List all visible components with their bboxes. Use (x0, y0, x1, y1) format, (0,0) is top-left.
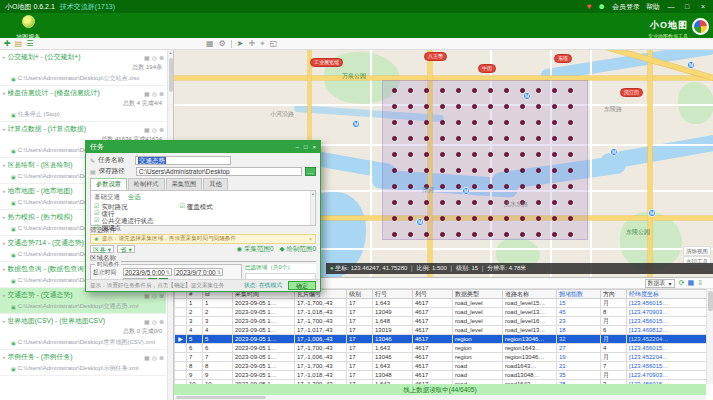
data-point-marker[interactable] (536, 184, 541, 189)
data-point-marker[interactable] (392, 216, 397, 221)
data-point-marker[interactable] (424, 200, 429, 205)
help-menu[interactable]: 帮助 (646, 2, 660, 12)
login-button[interactable]: 会员登录 (612, 2, 640, 12)
panel-scrollbar[interactable]: ▲ (310, 191, 315, 225)
data-point-marker[interactable] (440, 88, 445, 93)
close-icon[interactable]: ⊗ (159, 54, 164, 61)
data-point-marker[interactable] (456, 184, 461, 189)
data-point-marker[interactable] (504, 216, 509, 221)
data-point-marker[interactable] (424, 168, 429, 173)
export-icon[interactable]: ⇩ (697, 278, 703, 288)
data-point-marker[interactable] (392, 184, 397, 189)
metro-station-icon[interactable]: M (462, 187, 470, 195)
tab-绘制样式[interactable]: 绘制样式 (128, 178, 165, 190)
data-point-marker[interactable] (536, 216, 541, 221)
column-header[interactable]: 方向 (601, 290, 627, 299)
data-point-marker[interactable] (568, 152, 573, 157)
data-point-marker[interactable] (536, 168, 541, 173)
table-row[interactable]: 882023-09-05 1…17,-1,700,-43171,6434617r… (175, 362, 707, 371)
data-point-marker[interactable] (520, 120, 525, 125)
data-point-marker[interactable] (536, 232, 541, 237)
data-point-marker[interactable] (392, 136, 397, 141)
tab-采集范围[interactable]: 采集范围 (166, 178, 203, 190)
dialog-minimize-button[interactable]: – (296, 144, 299, 150)
table-row[interactable]: 112023-09-05 1…17,-1,700,-43171,6434617r… (175, 299, 707, 308)
data-point-marker[interactable] (408, 200, 413, 205)
data-point-marker[interactable] (520, 136, 525, 141)
data-point-marker[interactable] (392, 152, 397, 157)
data-point-marker[interactable] (472, 152, 477, 157)
data-point-marker[interactable] (520, 184, 525, 189)
data-point-marker[interactable] (536, 200, 541, 205)
data-point-marker[interactable] (424, 88, 429, 93)
start-datetime-input[interactable]: 2023/9/5 0:00 ⇅ (123, 268, 172, 276)
task-item[interactable]: ▸示例任务 - (示例任务)▦◎⊗▣C:\Users\Administrator… (0, 350, 166, 376)
close-icon[interactable]: ⊗ (159, 318, 164, 325)
metro-station-icon[interactable]: M (610, 148, 618, 156)
range-link[interactable]: ◆ 绘制范围0 (280, 245, 316, 254)
expand-icon[interactable]: ▸ (3, 90, 6, 96)
spinner-icon[interactable]: ⇅ (217, 269, 221, 276)
data-point-marker[interactable] (568, 120, 573, 125)
expand-icon[interactable]: ▸ (3, 126, 6, 132)
data-point-marker[interactable] (504, 136, 509, 141)
data-point-marker[interactable] (424, 152, 429, 157)
cursor-icon[interactable]: ➤ (237, 39, 244, 49)
data-point-marker[interactable] (456, 232, 461, 237)
data-point-marker[interactable] (408, 232, 413, 237)
data-point-marker[interactable] (408, 104, 413, 109)
spinner-icon[interactable]: ⇅ (166, 269, 170, 276)
save-path-input[interactable]: C:\Users\Administrator\Desktop (136, 167, 302, 176)
data-point-marker[interactable] (408, 136, 413, 141)
data-point-marker[interactable] (408, 184, 413, 189)
column-header[interactable]: 拥堵指数 (557, 290, 601, 299)
settings-icon[interactable]: ⚙ (219, 39, 226, 49)
data-point-marker[interactable] (408, 152, 413, 157)
data-point-marker[interactable] (488, 168, 493, 173)
data-point-marker[interactable] (520, 216, 525, 221)
scroll-up-icon[interactable]: ▲ (168, 50, 173, 55)
data-point-marker[interactable] (392, 168, 397, 173)
ok-button[interactable]: 确定 (288, 281, 316, 290)
locate-icon[interactable]: ◎ (152, 318, 157, 325)
data-point-marker[interactable] (536, 104, 541, 109)
expand-icon[interactable]: ▸ (3, 188, 6, 194)
dataset-select[interactable]: 数据表 ▾ (645, 279, 675, 288)
data-point-marker[interactable] (568, 232, 573, 237)
data-point-marker[interactable] (440, 184, 445, 189)
data-point-marker[interactable] (392, 120, 397, 125)
checkbox-实时路况[interactable]: ☑实时路况 (94, 203, 153, 210)
close-icon[interactable]: ⊗ (159, 126, 164, 133)
data-point-marker[interactable] (552, 88, 557, 93)
expand-icon[interactable]: ▸ (3, 292, 6, 298)
tab-参数设置[interactable]: 参数设置 (90, 178, 127, 190)
locate-icon[interactable]: ◎ (152, 292, 157, 299)
data-point-marker[interactable] (568, 104, 573, 109)
expand-icon[interactable]: ▸ (3, 266, 6, 272)
expand-icon[interactable]: ▸ (3, 240, 6, 246)
pan-icon[interactable]: ✛ (248, 39, 255, 49)
expand-icon[interactable]: ▸ (3, 354, 6, 360)
column-header[interactable]: 列号 (413, 290, 453, 299)
data-point-marker[interactable] (552, 184, 557, 189)
data-point-marker[interactable] (424, 104, 429, 109)
data-point-marker[interactable] (488, 88, 493, 93)
column-header[interactable]: 数据类型 (453, 290, 503, 299)
data-point-marker[interactable] (456, 120, 461, 125)
locate-icon[interactable]: ◎ (152, 90, 157, 97)
data-point-marker[interactable] (488, 120, 493, 125)
table-hscrollbar[interactable] (174, 395, 706, 400)
metro-station-icon[interactable]: M (352, 120, 360, 128)
data-point-marker[interactable] (392, 104, 397, 109)
data-point-marker[interactable] (520, 152, 525, 157)
data-point-marker[interactable] (504, 232, 509, 237)
data-point-marker[interactable] (568, 184, 573, 189)
data-point-marker[interactable] (472, 168, 477, 173)
maximize-button[interactable]: □ (682, 3, 692, 10)
chart-icon[interactable]: ▦ (144, 54, 150, 61)
locate-icon[interactable]: ◎ (152, 126, 157, 133)
checkbox-缓行[interactable]: ☑缓行 (94, 210, 153, 217)
checkbox-公共交通运行状态[interactable]: ☑公共交通运行状态 (94, 217, 153, 224)
table-row[interactable]: 992023-09-05 1…17,-1,018,-4317130484617r… (175, 371, 707, 380)
dialog-close-button[interactable]: × (312, 144, 316, 150)
